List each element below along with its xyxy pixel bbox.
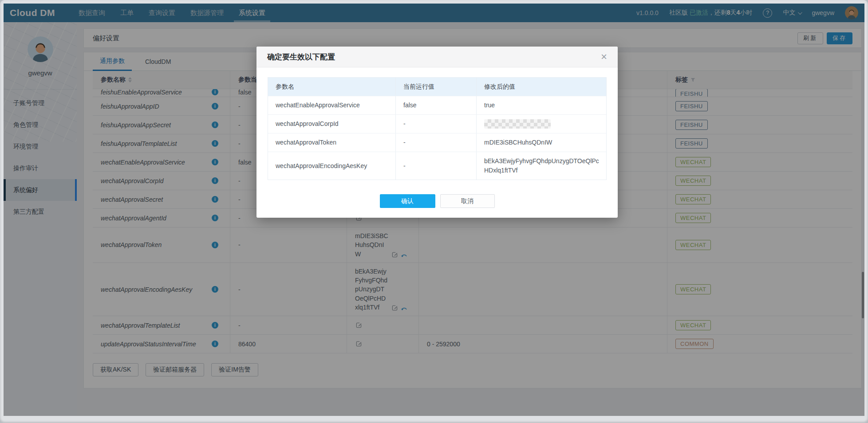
param-current-value: - bbox=[396, 152, 477, 180]
param-modified-value: mDIE3iSBCHuhsQDnIW bbox=[477, 133, 606, 152]
param-name: wechatEnableApprovalService bbox=[268, 96, 396, 114]
cancel-button[interactable]: 取消 bbox=[440, 194, 495, 208]
modal-table: 参数名 当前运行值 修改后的值 wechatEnableApprovalServ… bbox=[268, 77, 607, 180]
modal-col-modified: 修改后的值 bbox=[477, 78, 606, 96]
confirm-button[interactable]: 确认 bbox=[380, 194, 435, 208]
confirm-config-modal: 确定要生效以下配置 × 参数名 当前运行值 修改后的值 wechatEnable… bbox=[256, 47, 618, 218]
modal-body: 参数名 当前运行值 修改后的值 wechatEnableApprovalServ… bbox=[256, 67, 618, 188]
close-icon[interactable]: × bbox=[601, 51, 607, 62]
modal-footer: 确认 取消 bbox=[256, 188, 618, 218]
censored-value bbox=[484, 119, 551, 129]
modal-table-row: wechatApprovalCorpId - bbox=[268, 115, 606, 133]
param-current-value: false bbox=[396, 96, 477, 114]
modal-table-row: wechatApprovalEncodingAesKey - bEkA3Ewjy… bbox=[268, 152, 606, 180]
param-modified-value: bEkA3EwjyFyhvgFQhdpUnzygDTOeQlPcHDxlq1ft… bbox=[477, 152, 606, 180]
param-name: wechatApprovalToken bbox=[268, 133, 396, 152]
modal-col-param: 参数名 bbox=[268, 78, 396, 96]
param-name: wechatApprovalEncodingAesKey bbox=[268, 152, 396, 180]
param-current-value: - bbox=[396, 115, 477, 133]
modal-col-current: 当前运行值 bbox=[396, 78, 477, 96]
param-current-value: - bbox=[396, 133, 477, 152]
app: Cloud DM 数据查询 工单 查询设置 数据源管理 系统设置 v1.0.0.… bbox=[4, 4, 864, 416]
modal-header: 确定要生效以下配置 × bbox=[256, 47, 618, 67]
param-modified-value: true bbox=[477, 96, 606, 114]
param-name: wechatApprovalCorpId bbox=[268, 115, 396, 133]
modal-table-row: wechatApprovalToken - mDIE3iSBCHuhsQDnIW bbox=[268, 133, 606, 152]
window-frame: Cloud DM 数据查询 工单 查询设置 数据源管理 系统设置 v1.0.0.… bbox=[0, 0, 868, 423]
modal-table-header: 参数名 当前运行值 修改后的值 bbox=[268, 78, 606, 96]
modal-table-row: wechatEnableApprovalService false true bbox=[268, 96, 606, 115]
modal-title: 确定要生效以下配置 bbox=[267, 52, 335, 62]
